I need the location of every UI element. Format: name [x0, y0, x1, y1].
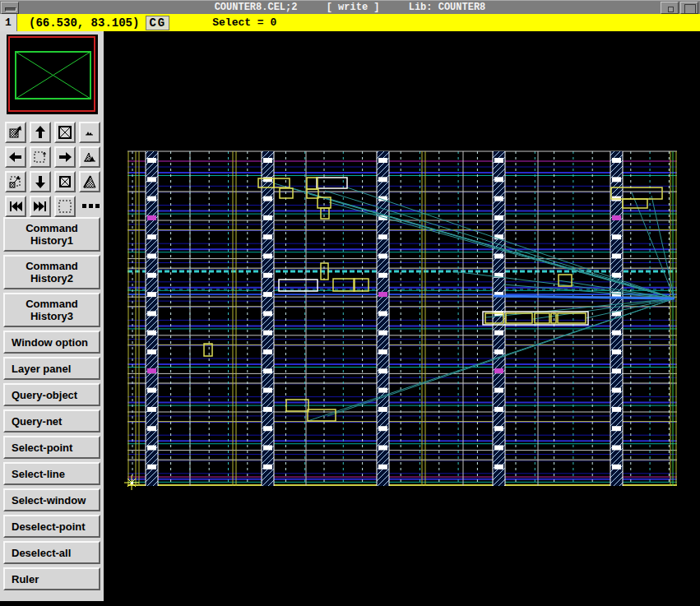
button-label: Layer panel: [12, 363, 71, 375]
view-prev-button[interactable]: [5, 196, 26, 217]
sidebar-button-window-option[interactable]: Window option: [3, 331, 100, 354]
sidebar-button-query-net[interactable]: Query-net: [3, 409, 100, 433]
pan-down-icon: [33, 174, 48, 189]
chip-layout: [107, 31, 700, 606]
sidebar-button-select-line[interactable]: Select-line: [3, 462, 100, 485]
command-button-column: CommandHistory1CommandHistory2CommandHis…: [3, 217, 100, 594]
sidebar-button-deselect-all[interactable]: Deselect-all: [3, 541, 100, 564]
app-window: COUNTER8.CEL;2 [ write ] Lib: COUNTER8 1…: [0, 0, 700, 606]
button-label: Command: [25, 260, 78, 272]
layout-canvas[interactable]: [107, 31, 700, 606]
window-number: 1: [0, 14, 17, 31]
zoom-area-icon: [8, 125, 23, 140]
sidebar-button-layer-panel[interactable]: Layer panel: [3, 357, 100, 380]
peaks-small-icon: [82, 125, 97, 140]
button-label: History1: [30, 234, 73, 247]
button-label: Query-object: [12, 389, 77, 401]
sidebar-button-deselect-point[interactable]: Deselect-point: [3, 515, 100, 538]
pan-up-button[interactable]: [30, 122, 51, 143]
title-library: Lib: COUNTER8: [409, 2, 486, 13]
pan-right-icon: [58, 150, 72, 164]
sidebar-button-select-point[interactable]: Select-point: [3, 436, 100, 459]
peaks-small-button[interactable]: [79, 122, 100, 143]
button-label: Deselect-point: [12, 520, 86, 533]
view-next-icon: [33, 199, 48, 214]
window-menu-button[interactable]: [1, 2, 19, 14]
zoom-window-button[interactable]: [30, 146, 51, 168]
pan-left-button[interactable]: [5, 146, 26, 168]
sidebar-button-command-history2[interactable]: CommandHistory2: [3, 255, 100, 289]
button-label: Window option: [12, 336, 88, 349]
button-label: Query-net: [12, 415, 62, 428]
sidebar-button-select-window[interactable]: Select-window: [3, 488, 100, 511]
box-x-small-icon: [58, 174, 72, 189]
overview-graphic: [7, 35, 98, 114]
button-label: Deselect-all: [12, 547, 71, 559]
select-count: Select = 0: [212, 16, 276, 29]
zoom-diag-icon: [8, 174, 23, 189]
status-bar: 1 (66.530, 83.105) CG Select = 0: [0, 14, 700, 31]
peaks-large-button[interactable]: [79, 146, 100, 168]
window-title: COUNTER8.CEL;2 [ write ] Lib: COUNTER8: [0, 2, 700, 13]
maximize-button[interactable]: [680, 2, 698, 14]
corner-fill-button[interactable]: [79, 171, 100, 192]
peaks-large-icon: [82, 150, 97, 164]
title-cell-name: COUNTER8.CEL;2: [215, 2, 298, 13]
select-box-icon: [58, 199, 72, 214]
window-menu-icon: [5, 7, 16, 12]
minimize-icon: [668, 7, 674, 12]
zoom-diag-button[interactable]: [5, 171, 26, 192]
minimize-button[interactable]: [661, 2, 679, 14]
sidebar: CommandHistory1CommandHistory2CommandHis…: [0, 31, 107, 601]
grid-mode-indicator[interactable]: CG: [146, 16, 169, 30]
zoom-window-icon: [33, 150, 48, 164]
zoom-area-button[interactable]: [5, 122, 26, 143]
button-label: Select-window: [12, 494, 86, 507]
box-x-icon: [58, 125, 72, 140]
sidebar-button-ruler[interactable]: Ruler: [3, 567, 100, 590]
corner-fill-icon: [82, 174, 97, 189]
overview-panel[interactable]: [7, 35, 98, 114]
pan-up-icon: [33, 125, 48, 140]
button-label: Command: [25, 222, 78, 234]
pan-left-icon: [8, 150, 23, 164]
sidebar-button-query-object[interactable]: Query-object: [3, 383, 100, 406]
pan-down-button[interactable]: [30, 171, 51, 192]
title-bar: COUNTER8.CEL;2 [ write ] Lib: COUNTER8: [0, 0, 700, 14]
sidebar-button-command-history1[interactable]: CommandHistory1: [3, 217, 100, 252]
sidebar-button-command-history3[interactable]: CommandHistory3: [3, 293, 100, 327]
cursor-coordinates: (66.530, 83.105): [29, 16, 139, 30]
button-label: History2: [30, 272, 73, 284]
more-dots-icon[interactable]: [82, 204, 100, 208]
box-x-button[interactable]: [54, 122, 76, 143]
select-box-button[interactable]: [54, 196, 76, 217]
button-label: Ruler: [12, 573, 39, 585]
box-x-small-button[interactable]: [54, 171, 76, 192]
maximize-icon: [684, 4, 696, 14]
button-label: Command: [25, 298, 78, 310]
button-label: History3: [30, 310, 73, 322]
title-write-mode: [ write ]: [327, 2, 380, 13]
view-prev-icon: [8, 199, 23, 214]
button-label: Select-line: [12, 468, 65, 480]
button-label: Select-point: [12, 442, 72, 454]
view-next-button[interactable]: [30, 196, 51, 217]
pan-right-button[interactable]: [54, 146, 76, 168]
